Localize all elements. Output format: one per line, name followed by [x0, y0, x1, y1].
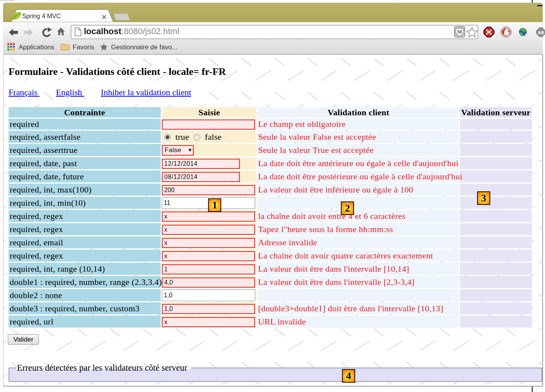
svg-text:AB: AB — [538, 30, 544, 35]
svg-text:M: M — [457, 29, 462, 35]
